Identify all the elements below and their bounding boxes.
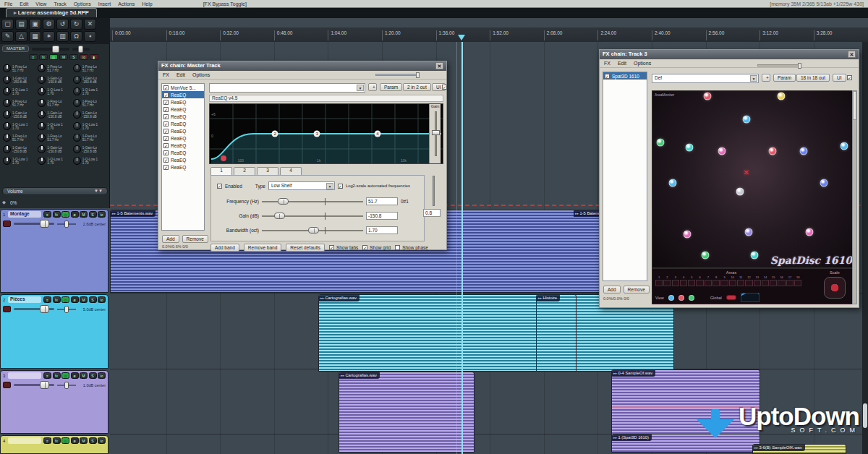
- fx-chain-master-titlebar[interactable]: FX chain: Master Track ✕: [158, 61, 446, 71]
- fx-list-item[interactable]: ✓ReaEQ: [162, 98, 204, 106]
- speaker-orb[interactable]: [702, 251, 710, 259]
- media-item[interactable]: Histoire: [536, 294, 576, 372]
- speaker-orb[interactable]: [744, 228, 752, 236]
- eq-graph[interactable]: 2341001k10k+60Gain: [209, 103, 443, 164]
- track-route-button[interactable]: ≡: [43, 211, 51, 218]
- fx-checkbox[interactable]: ✓: [163, 165, 169, 170]
- fx-enable-checkbox[interactable]: ✓: [847, 75, 852, 80]
- area-value-box[interactable]: [754, 280, 761, 286]
- area-value-box[interactable]: [705, 280, 712, 286]
- knob-control[interactable]: [3, 87, 11, 95]
- undo-icon[interactable]: ↺: [56, 19, 69, 30]
- knob-control[interactable]: [38, 99, 46, 107]
- track-mute-button[interactable]: M: [80, 296, 88, 303]
- spatializer-field[interactable]: AreaMonitor ✕ SpatDisc 1610: [652, 90, 857, 268]
- track-pan-slider[interactable]: [57, 385, 76, 386]
- knob-control[interactable]: [38, 87, 46, 95]
- preset-combo[interactable]: ▼: [209, 83, 365, 93]
- track-mute-button[interactable]: M: [80, 372, 88, 379]
- param-button[interactable]: Param: [380, 83, 402, 91]
- media-item[interactable]: 3-6(B) SampleOfK.wav: [752, 444, 846, 454]
- remove-fx-button[interactable]: Remove: [182, 235, 208, 243]
- window-scrollbar[interactable]: [852, 90, 857, 304]
- track-io-button[interactable]: io: [98, 372, 106, 379]
- chevron-down-icon[interactable]: ▼: [750, 75, 757, 82]
- gain-fader-handle[interactable]: [432, 130, 440, 135]
- fx-checkbox[interactable]: ✓: [163, 107, 169, 112]
- master-mute-button[interactable]: M: [59, 54, 68, 60]
- band-tab-2[interactable]: 2: [234, 167, 255, 175]
- track-env-button[interactable]: ◎: [61, 372, 69, 379]
- track-env-button[interactable]: ◎: [61, 296, 69, 303]
- fx-checkbox[interactable]: ✓: [163, 100, 169, 105]
- output-gain-value[interactable]: 0.8: [423, 209, 441, 217]
- master-solo-button[interactable]: S: [69, 54, 78, 60]
- close-icon[interactable]: ✕: [848, 51, 856, 58]
- wet-dry-slider[interactable]: [375, 74, 419, 76]
- global-toggle[interactable]: [726, 295, 736, 300]
- knob-control[interactable]: [73, 134, 81, 142]
- track-phase-button[interactable]: ø: [71, 211, 79, 218]
- remove-band-button[interactable]: Remove band: [244, 244, 281, 252]
- add-preset-button[interactable]: +: [368, 83, 377, 91]
- speaker-orb[interactable]: [820, 179, 827, 187]
- speaker-orb[interactable]: [718, 147, 726, 155]
- master-pan-slider[interactable]: [72, 48, 90, 51]
- theme-icon[interactable]: ✶: [43, 31, 55, 42]
- knob-control[interactable]: [3, 134, 11, 142]
- speaker-orb[interactable]: [704, 93, 712, 100]
- reset-defaults-button[interactable]: Reset defaults: [286, 244, 325, 252]
- io-button[interactable]: 2 in 2 out: [403, 83, 431, 91]
- track-phase-button[interactable]: ø: [71, 437, 79, 444]
- fx-checkbox[interactable]: ✓: [163, 129, 169, 134]
- cut-icon[interactable]: ✕: [84, 19, 96, 30]
- fx-chain-track3-window[interactable]: FX chain: Track 3 ✕ FXEditOptions ✓Spat3…: [599, 49, 859, 308]
- window-menu-options[interactable]: Options: [634, 61, 651, 66]
- knob-control[interactable]: [73, 122, 81, 130]
- knob-control[interactable]: [73, 87, 81, 95]
- menu-item-file[interactable]: File: [4, 1, 12, 7]
- record-arm-button[interactable]: [3, 306, 11, 312]
- fx-chain-master-window[interactable]: FX chain: Master Track ✕ FXEditOptions ✓…: [158, 61, 447, 250]
- track-route-button[interactable]: ≡: [43, 372, 51, 379]
- speaker-orb[interactable]: [669, 179, 677, 187]
- area-value-box[interactable]: [762, 280, 769, 286]
- media-item[interactable]: Cartografias.wav: [339, 372, 475, 453]
- track-name-field[interactable]: [8, 372, 41, 379]
- vertical-scrollbar-thumb[interactable]: [863, 403, 867, 428]
- mixer-icon[interactable]: ▥: [56, 31, 69, 42]
- track-volume-fader[interactable]: [14, 308, 54, 310]
- menu-item-help[interactable]: Help: [142, 1, 152, 7]
- area-value-box[interactable]: [720, 280, 728, 286]
- chevron-down-icon[interactable]: ▼: [326, 183, 333, 189]
- pencil-icon[interactable]: ✎: [1, 31, 14, 42]
- speaker-orb[interactable]: [769, 147, 777, 155]
- fx-list-item[interactable]: ✓ReaEQ: [162, 142, 204, 149]
- fx-list-item[interactable]: ✓ReaEQ: [162, 113, 204, 120]
- chevron-down-icon[interactable]: ▼: [357, 85, 364, 91]
- menu-item-actions[interactable]: Actions: [118, 1, 135, 7]
- track-pan-slider[interactable]: [57, 309, 76, 310]
- record-arm-button[interactable]: [3, 220, 11, 227]
- add-fx-button[interactable]: Add: [603, 286, 621, 294]
- preset-combo[interactable]: Def▼: [652, 74, 759, 83]
- close-icon[interactable]: ✕: [435, 62, 443, 69]
- fx-list-item[interactable]: ✓ReaEQ: [162, 106, 204, 113]
- master-env-button[interactable]: ≡: [29, 54, 38, 60]
- fx-list[interactable]: ✓MonVue 5...✓ReaEQ✓ReaEQ✓ReaEQ✓ReaEQ✓Rea…: [161, 83, 205, 231]
- track-fx-button[interactable]: fx: [53, 211, 61, 218]
- io-button[interactable]: 18 in 18 out: [796, 74, 830, 82]
- track-name-field[interactable]: Montage: [8, 211, 41, 218]
- master-meter-button[interactable]: ▮: [90, 54, 98, 60]
- fx-list-item[interactable]: ✓ReaEQ: [162, 91, 204, 98]
- track-fx-button[interactable]: fx: [53, 437, 61, 444]
- knob-control[interactable]: [38, 76, 46, 84]
- speaker-orb[interactable]: [657, 138, 665, 146]
- track-io-button[interactable]: io: [98, 211, 106, 218]
- track-env-button[interactable]: ◎: [61, 437, 69, 444]
- track-io-button[interactable]: io: [98, 437, 106, 444]
- project-settings-icon[interactable]: ⚙: [43, 19, 55, 30]
- magnet-snap-icon[interactable]: Ω: [70, 31, 82, 42]
- master-mono-button[interactable]: ◎: [49, 54, 58, 60]
- track-pan-slider[interactable]: [57, 223, 76, 225]
